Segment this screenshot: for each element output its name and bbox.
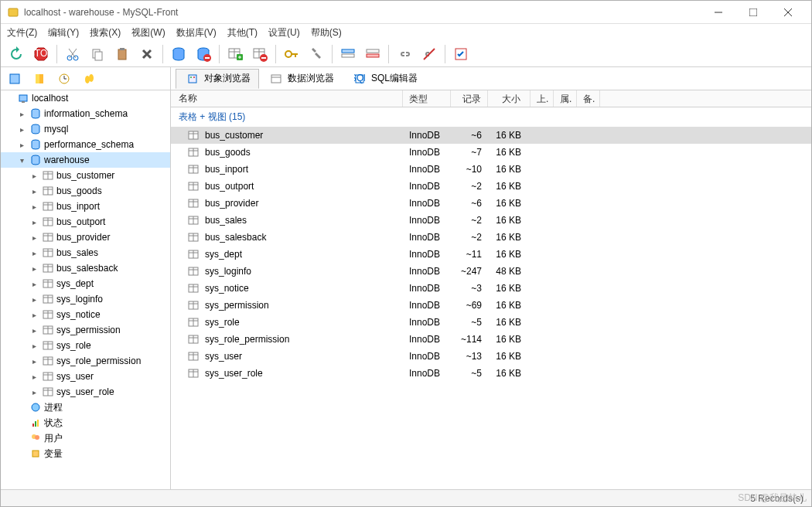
table-row[interactable]: bus_outportInnoDB~216 KB bbox=[171, 178, 811, 195]
row-delete-icon[interactable] bbox=[362, 43, 384, 65]
expand-icon[interactable]: ▸ bbox=[29, 249, 39, 257]
expand-icon[interactable]: ▸ bbox=[29, 264, 39, 273]
expand-icon[interactable]: ▸ bbox=[29, 326, 39, 335]
expand-icon[interactable]: ▸ bbox=[29, 218, 39, 226]
col-attr[interactable]: 属. bbox=[554, 90, 577, 107]
table-row[interactable]: bus_inportInnoDB~1016 KB bbox=[171, 161, 811, 178]
col-size[interactable]: 大小 bbox=[488, 90, 531, 107]
expand-icon[interactable]: ▸ bbox=[29, 187, 39, 196]
tree-node[interactable]: ▸bus_provider bbox=[1, 230, 170, 245]
cut-icon[interactable] bbox=[62, 43, 84, 65]
tree-node[interactable]: 用户 bbox=[1, 430, 170, 446]
col-updated[interactable]: 上. bbox=[531, 90, 554, 107]
tree-node[interactable]: localhost bbox=[1, 90, 170, 106]
tree-panel[interactable]: localhost▸information_schema▸mysql▸perfo… bbox=[1, 90, 171, 489]
tree-node[interactable]: 状态 bbox=[1, 415, 170, 430]
copy-icon[interactable] bbox=[87, 43, 108, 65]
tree-node[interactable]: ▸bus_customer bbox=[1, 168, 170, 183]
table-delete-icon[interactable] bbox=[249, 43, 271, 65]
table-row[interactable]: bus_salesbackInnoDB~216 KB bbox=[171, 229, 811, 246]
link-icon[interactable] bbox=[394, 43, 415, 65]
menu-view[interactable]: 视图(W) bbox=[131, 26, 165, 39]
menu-file[interactable]: 文件(Z) bbox=[7, 26, 37, 39]
tree-collapse-icon[interactable] bbox=[4, 68, 26, 90]
expand-icon[interactable]: ▸ bbox=[29, 311, 39, 319]
unlink-icon[interactable] bbox=[418, 43, 440, 65]
menu-database[interactable]: 数据库(V) bbox=[176, 26, 217, 39]
tree-node[interactable]: ▸sys_role_permission bbox=[1, 353, 170, 369]
table-row[interactable]: sys_role_permissionInnoDB~11416 KB bbox=[171, 331, 811, 348]
menu-settings[interactable]: 设置(U) bbox=[268, 26, 300, 39]
tab-2[interactable]: SQLSQL编辑器 bbox=[343, 69, 426, 89]
table-row[interactable]: bus_providerInnoDB~616 KB bbox=[171, 195, 811, 212]
col-type[interactable]: 类型 bbox=[403, 90, 451, 107]
tree-node[interactable]: ▸bus_outport bbox=[1, 214, 170, 230]
key-icon[interactable] bbox=[281, 43, 302, 65]
table-row[interactable]: bus_salesInnoDB~216 KB bbox=[171, 212, 811, 229]
col-records[interactable]: 记录 bbox=[451, 90, 488, 107]
row-insert-icon[interactable] bbox=[337, 43, 359, 65]
table-row[interactable]: sys_noticeInnoDB~316 KB bbox=[171, 280, 811, 297]
expand-icon[interactable]: ▸ bbox=[16, 110, 27, 118]
col-name[interactable]: 名称 bbox=[171, 90, 403, 107]
tree-node[interactable]: ▸bus_salesback bbox=[1, 260, 170, 276]
clock-icon[interactable] bbox=[53, 68, 75, 90]
tree-node[interactable]: ▸bus_goods bbox=[1, 183, 170, 199]
expand-icon[interactable]: ▸ bbox=[29, 357, 39, 366]
menu-search[interactable]: 搜索(X) bbox=[90, 26, 121, 39]
tree-node[interactable]: ▸sys_user_role bbox=[1, 384, 170, 400]
delete-icon[interactable] bbox=[136, 43, 158, 65]
table-row[interactable]: sys_user_roleInnoDB~516 KB bbox=[171, 365, 811, 382]
tree-node[interactable]: 进程 bbox=[1, 400, 170, 415]
table-row[interactable]: sys_userInnoDB~1316 KB bbox=[171, 348, 811, 365]
expand-icon[interactable]: ▸ bbox=[29, 172, 39, 180]
expand-icon[interactable]: ▸ bbox=[29, 373, 39, 381]
tree-node[interactable]: ▸information_schema bbox=[1, 106, 170, 121]
expand-icon[interactable]: ▸ bbox=[16, 125, 27, 134]
table-row[interactable]: bus_goodsInnoDB~716 KB bbox=[171, 144, 811, 161]
expand-icon[interactable]: ▾ bbox=[16, 156, 27, 165]
tree-node[interactable]: ▸performance_schema bbox=[1, 137, 170, 152]
tree-node[interactable]: ▸sys_loginfo bbox=[1, 291, 170, 307]
table-row[interactable]: sys_loginfoInnoDB~24748 KB bbox=[171, 263, 811, 280]
expand-icon[interactable]: ▸ bbox=[29, 233, 39, 242]
table-row[interactable]: sys_deptInnoDB~1116 KB bbox=[171, 246, 811, 263]
table-add-icon[interactable] bbox=[224, 43, 246, 65]
tree-node[interactable]: ▸mysql bbox=[1, 121, 170, 137]
tree-node[interactable]: ▾warehouse bbox=[1, 152, 170, 168]
footprint-icon[interactable] bbox=[78, 68, 100, 90]
tool-icon[interactable] bbox=[305, 43, 327, 65]
menu-help[interactable]: 帮助(S) bbox=[311, 26, 342, 39]
checklist-icon[interactable] bbox=[450, 43, 472, 65]
close-button[interactable] bbox=[770, 2, 805, 23]
tab-1[interactable]: 数据浏览器 bbox=[259, 69, 343, 89]
table-row[interactable]: bus_customerInnoDB~616 KB bbox=[171, 127, 811, 144]
tree-node[interactable]: ▸bus_sales bbox=[1, 245, 170, 260]
col-remark[interactable]: 备. bbox=[577, 90, 600, 107]
minimize-button[interactable] bbox=[701, 2, 735, 23]
refresh-icon[interactable] bbox=[5, 43, 27, 65]
table-row[interactable]: sys_permissionInnoDB~6916 KB bbox=[171, 297, 811, 314]
tree-node[interactable]: 变量 bbox=[1, 446, 170, 461]
expand-icon[interactable]: ▸ bbox=[29, 342, 39, 350]
database-icon[interactable] bbox=[168, 43, 189, 65]
menu-other[interactable]: 其他(T) bbox=[227, 26, 258, 39]
grid-body[interactable]: 表格 + 视图 (15) bus_customerInnoDB~616 KBbu… bbox=[171, 107, 811, 489]
expand-icon[interactable]: ▸ bbox=[16, 141, 27, 149]
tab-0[interactable]: 对象浏览器 bbox=[176, 69, 259, 89]
expand-icon[interactable]: ▸ bbox=[29, 295, 39, 304]
table-row[interactable]: sys_roleInnoDB~516 KB bbox=[171, 314, 811, 331]
menu-edit[interactable]: 编辑(Y) bbox=[48, 26, 79, 39]
database-delete-icon[interactable] bbox=[193, 43, 214, 65]
paste-icon[interactable] bbox=[111, 43, 133, 65]
tree-node[interactable]: ▸bus_inport bbox=[1, 199, 170, 214]
tree-node[interactable]: ▸sys_dept bbox=[1, 276, 170, 291]
expand-icon[interactable]: ▸ bbox=[29, 280, 39, 288]
tree-node[interactable]: ▸sys_role bbox=[1, 338, 170, 353]
stop-icon[interactable]: STOP bbox=[30, 43, 52, 65]
maximize-button[interactable] bbox=[735, 2, 770, 23]
bookmark-icon[interactable] bbox=[29, 68, 50, 90]
expand-icon[interactable]: ▸ bbox=[29, 202, 39, 211]
tree-node[interactable]: ▸sys_notice bbox=[1, 307, 170, 322]
tree-node[interactable]: ▸sys_permission bbox=[1, 322, 170, 338]
